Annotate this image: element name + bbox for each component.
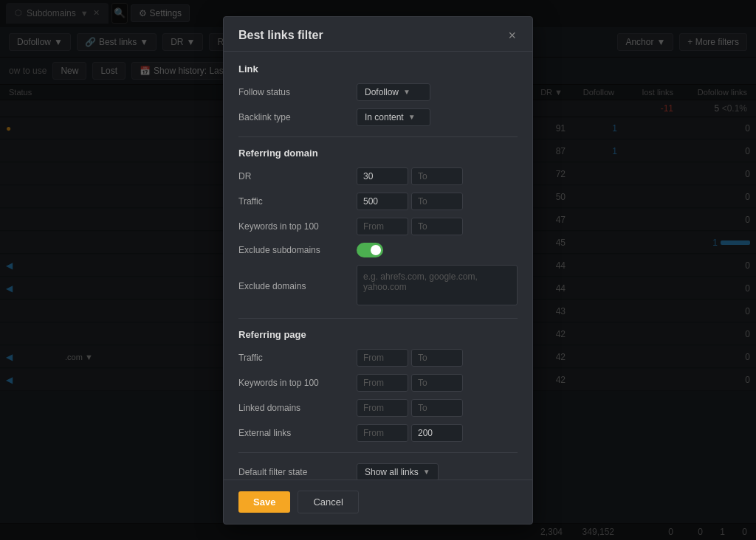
traffic-domain-range — [357, 193, 463, 210]
follow-status-label: Follow status — [238, 87, 349, 97]
external-links-row: External links — [238, 424, 518, 442]
referring-domain-section: Referring domain DR Traffic — [238, 148, 518, 308]
best-links-filter-modal: Best links filter × Link Follow status D… — [223, 16, 533, 525]
exclude-domains-input-container — [357, 265, 518, 308]
default-filter-dropdown[interactable]: Show all links ▼ — [357, 463, 439, 480]
traffic-domain-to-input[interactable] — [411, 193, 463, 210]
external-links-to-input[interactable] — [411, 424, 463, 442]
toggle-slider — [357, 243, 383, 257]
exclude-subdomains-row: Exclude subdomains — [238, 243, 518, 257]
exclude-domains-textarea[interactable] — [357, 265, 518, 305]
keywords-page-to-input[interactable] — [411, 374, 463, 392]
backlink-type-controls: In content ▼ — [357, 108, 518, 126]
keywords-domain-row: Keywords in top 100 — [238, 218, 518, 235]
backlink-type-arrow-icon: ▼ — [408, 113, 416, 121]
keywords-domain-from-input[interactable] — [357, 218, 408, 235]
traffic-page-from-input[interactable] — [357, 349, 408, 367]
modal-overlay: Best links filter × Link Follow status D… — [0, 0, 756, 540]
linked-domains-to-input[interactable] — [411, 399, 463, 417]
traffic-page-label: Traffic — [238, 353, 349, 363]
referring-page-title: Referring page — [238, 329, 518, 340]
backlink-type-dropdown[interactable]: In content ▼ — [357, 108, 430, 126]
divider-3 — [238, 452, 518, 453]
keywords-page-row: Keywords in top 100 — [238, 374, 518, 392]
exclude-domains-label: Exclude domains — [238, 281, 349, 291]
external-links-label: External links — [238, 428, 349, 438]
traffic-domain-row: Traffic — [238, 193, 518, 210]
default-filter-controls: Show all links ▼ — [357, 463, 518, 480]
modal-title: Best links filter — [238, 29, 323, 42]
link-section-title: Link — [238, 63, 518, 75]
keywords-page-label: Keywords in top 100 — [238, 378, 349, 388]
linked-domains-row: Linked domains — [238, 399, 518, 417]
linked-domains-label: Linked domains — [238, 403, 349, 413]
default-filter-label: Default filter state — [238, 467, 349, 477]
external-links-from-input[interactable] — [357, 424, 408, 442]
backlink-type-label: Backlink type — [238, 112, 349, 122]
modal-footer: Save Cancel — [224, 480, 532, 524]
linked-domains-range — [357, 399, 463, 417]
default-filter-row: Default filter state Show all links ▼ — [238, 463, 518, 480]
referring-page-section: Referring page Traffic Keywords in top 1… — [238, 329, 518, 442]
default-filter-arrow-icon: ▼ — [423, 468, 430, 476]
follow-status-row: Follow status Dofollow ▼ — [238, 83, 518, 101]
cancel-button[interactable]: Cancel — [298, 491, 358, 513]
keywords-page-range — [357, 374, 463, 392]
referring-domain-title: Referring domain — [238, 148, 518, 159]
dr-from-input[interactable] — [357, 167, 408, 185]
traffic-page-to-input[interactable] — [411, 349, 463, 367]
exclude-subdomains-label: Exclude subdomains — [238, 245, 349, 255]
follow-status-controls: Dofollow ▼ — [357, 83, 518, 101]
follow-status-arrow-icon: ▼ — [403, 88, 410, 96]
default-filter-value: Show all links — [365, 467, 419, 477]
exclude-subdomains-toggle-container — [357, 243, 383, 257]
link-section: Link Follow status Dofollow ▼ Backlink t… — [238, 63, 518, 126]
dr-to-input[interactable] — [411, 167, 463, 185]
follow-status-value: Dofollow — [365, 87, 399, 97]
dr-row: DR — [238, 167, 518, 185]
traffic-page-range — [357, 349, 463, 367]
traffic-domain-label: Traffic — [238, 196, 349, 207]
modal-close-button[interactable]: × — [506, 29, 518, 42]
exclude-subdomains-toggle[interactable] — [357, 243, 383, 257]
divider-2 — [238, 318, 518, 319]
keywords-domain-label: Keywords in top 100 — [238, 221, 349, 232]
modal-header: Best links filter × — [224, 17, 532, 52]
divider-1 — [238, 136, 518, 137]
dr-label: DR — [238, 171, 349, 181]
modal-body: Link Follow status Dofollow ▼ Backlink t… — [224, 52, 532, 480]
backlink-type-row: Backlink type In content ▼ — [238, 108, 518, 126]
external-links-range — [357, 424, 463, 442]
keywords-page-from-input[interactable] — [357, 374, 408, 392]
backlink-type-value: In content — [365, 112, 404, 122]
exclude-domains-row: Exclude domains — [238, 265, 518, 308]
save-button[interactable]: Save — [238, 491, 290, 513]
keywords-domain-to-input[interactable] — [411, 218, 463, 235]
dr-range — [357, 167, 463, 185]
follow-status-dropdown[interactable]: Dofollow ▼ — [357, 83, 430, 101]
traffic-domain-from-input[interactable] — [357, 193, 408, 210]
traffic-page-row: Traffic — [238, 349, 518, 367]
linked-domains-from-input[interactable] — [357, 399, 408, 417]
keywords-domain-range — [357, 218, 463, 235]
